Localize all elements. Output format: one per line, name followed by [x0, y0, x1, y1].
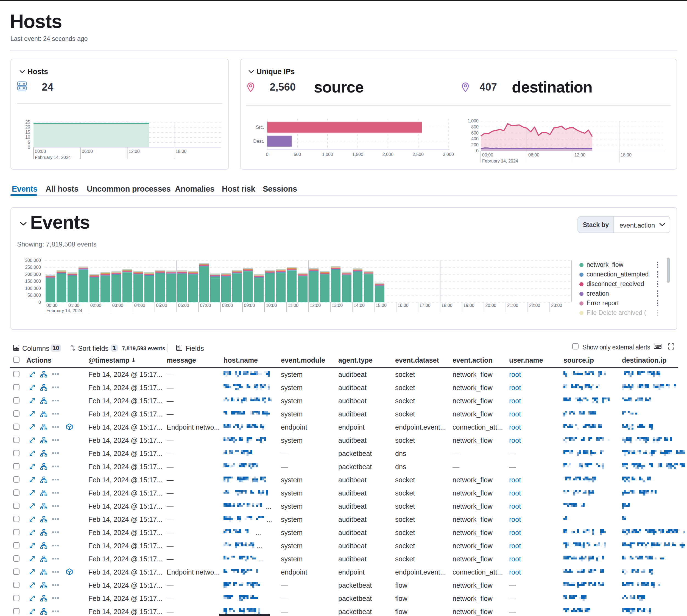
svg-text:200,000: 200,000	[25, 272, 41, 277]
svg-text:250,000: 250,000	[25, 265, 41, 269]
svg-text:21:00: 21:00	[507, 303, 518, 308]
svg-text:2,500: 2,500	[413, 152, 424, 157]
svg-text:10: 10	[25, 135, 30, 139]
svg-text:5: 5	[28, 140, 30, 145]
svg-text:23:00: 23:00	[551, 303, 562, 308]
svg-text:02:00: 02:00	[90, 303, 101, 308]
svg-text:01:00: 01:00	[68, 303, 79, 308]
svg-text:500: 500	[294, 152, 301, 157]
svg-text:0: 0	[266, 152, 269, 157]
svg-text:00:00: 00:00	[35, 149, 46, 154]
svg-text:50,000: 50,000	[27, 293, 41, 298]
svg-text:22:00: 22:00	[529, 303, 540, 308]
svg-text:15:00: 15:00	[375, 303, 387, 308]
svg-text:06:00: 06:00	[178, 303, 189, 308]
svg-text:17:00: 17:00	[420, 303, 431, 308]
svg-text:16:00: 16:00	[398, 303, 409, 308]
svg-text:200: 200	[471, 142, 478, 147]
svg-text:0: 0	[476, 149, 478, 153]
svg-text:03:00: 03:00	[112, 303, 123, 308]
svg-text:06:00: 06:00	[82, 149, 93, 154]
svg-text:09:00: 09:00	[244, 303, 255, 308]
svg-text:300,000: 300,000	[25, 258, 41, 263]
svg-text:600: 600	[471, 131, 478, 135]
svg-text:07:00: 07:00	[200, 303, 211, 308]
svg-text:20:00: 20:00	[485, 303, 496, 308]
svg-text:18:00: 18:00	[442, 303, 452, 308]
svg-text:20: 20	[25, 125, 30, 129]
svg-text:04:00: 04:00	[134, 303, 145, 308]
svg-text:150,000: 150,000	[25, 279, 41, 284]
svg-text:25: 25	[25, 120, 30, 124]
svg-text:100,000: 100,000	[25, 286, 41, 291]
svg-text:15: 15	[25, 130, 30, 134]
svg-text:800: 800	[471, 125, 478, 129]
svg-text:10:00: 10:00	[266, 303, 277, 308]
svg-text:1,000: 1,000	[322, 152, 333, 157]
svg-text:1,500: 1,500	[352, 152, 363, 157]
svg-text:400: 400	[471, 136, 478, 141]
svg-text:February 14, 2024: February 14, 2024	[35, 155, 71, 160]
svg-text:11:00: 11:00	[288, 303, 299, 308]
svg-text:12:00: 12:00	[575, 153, 585, 157]
svg-text:08:00: 08:00	[222, 303, 233, 308]
svg-text:0: 0	[39, 300, 41, 305]
svg-text:00:00: 00:00	[46, 303, 57, 308]
svg-text:00:00: 00:00	[482, 153, 493, 157]
svg-text:0: 0	[28, 145, 30, 150]
svg-text:18:00: 18:00	[175, 149, 187, 154]
svg-text:19:00: 19:00	[464, 303, 474, 308]
svg-text:12:00: 12:00	[129, 149, 140, 154]
svg-text:February 14, 2024: February 14, 2024	[46, 308, 82, 313]
svg-text:14:00: 14:00	[354, 303, 365, 308]
svg-text:06:00: 06:00	[528, 153, 539, 157]
svg-text:12:00: 12:00	[310, 303, 321, 308]
svg-text:13:00: 13:00	[332, 303, 343, 308]
svg-text:1,000: 1,000	[468, 118, 478, 123]
svg-text:05:00: 05:00	[156, 303, 167, 308]
svg-text:Src.: Src.	[256, 125, 264, 130]
svg-text:18:00: 18:00	[621, 153, 631, 157]
svg-text:Dest.: Dest.	[253, 139, 264, 144]
svg-text:February 14, 2024: February 14, 2024	[482, 159, 518, 163]
svg-text:2,000: 2,000	[383, 152, 393, 157]
